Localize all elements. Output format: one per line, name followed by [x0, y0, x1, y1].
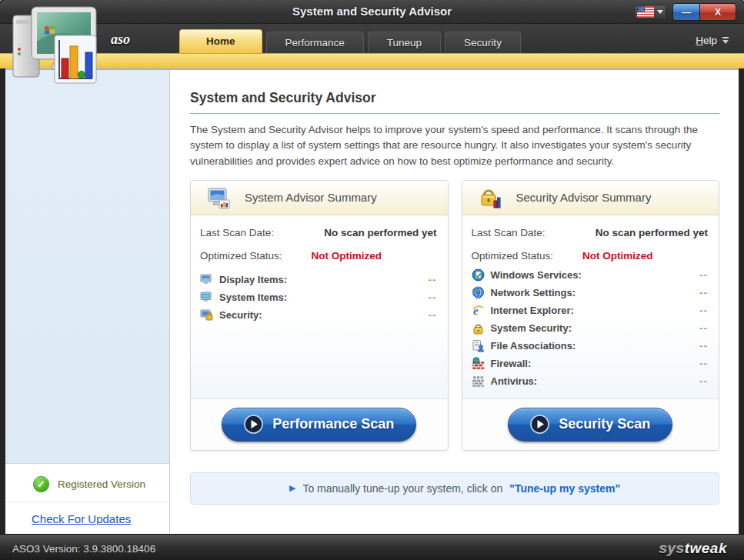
antivirus-icon — [472, 375, 485, 388]
tuneup-my-system-link[interactable]: "Tune-up my system" — [509, 482, 620, 495]
app-window: System and Security Advisor — X — [0, 0, 744, 560]
file-associations-value: -- — [699, 340, 708, 352]
security-last-scan-row: Last Scan Date: No scan performed yet — [472, 227, 709, 238]
display-items-row: Display Items: -- — [200, 273, 437, 286]
close-button[interactable]: X — [700, 3, 736, 21]
security-scan-button[interactable]: Security Scan — [508, 408, 672, 442]
systweak-logo: systweak — [659, 540, 732, 557]
windows-services-label: Windows Services: — [491, 269, 582, 281]
internet-explorer-row: e Internet Explorer: -- — [472, 304, 709, 317]
windows-services-row: Windows Services: -- — [472, 268, 709, 282]
firewall-value: -- — [699, 358, 708, 369]
system-items-icon — [200, 291, 213, 304]
optimized-status-label: Optimized Status: — [472, 250, 583, 262]
minimize-button[interactable]: — — [672, 3, 700, 21]
title-bar: System and Security Advisor — X — [0, 0, 744, 24]
tab-security[interactable]: Security — [445, 32, 521, 53]
sidebar-bottom-panel: ✓ Registered Version Check For Updates — [5, 463, 169, 534]
language-selector-button[interactable] — [634, 5, 666, 19]
network-settings-label: Network Settings: — [491, 287, 576, 298]
file-associations-row: File Associations: -- — [472, 339, 709, 352]
system-summary-icon — [208, 186, 231, 209]
security-items-value: -- — [429, 309, 437, 321]
help-dropdown-icon — [722, 37, 729, 44]
security-scan-label: Security Scan — [559, 416, 650, 432]
registered-version-label: Registered Version — [58, 478, 145, 490]
system-security-row: Security: -- — [200, 308, 437, 322]
security-items-label: Security: — [219, 309, 262, 321]
file-associations-icon — [472, 339, 485, 352]
system-security-value: -- — [699, 322, 708, 334]
internet-explorer-label: Internet Explorer: — [491, 305, 574, 316]
optimized-status-label: Optimized Status: — [200, 250, 312, 262]
help-label-initial: H — [696, 35, 703, 46]
system-security-row: System Security: -- — [472, 322, 709, 335]
system-security-label: System Security: — [491, 322, 572, 334]
system-last-scan-row: Last Scan Date: No scan performed yet — [200, 227, 437, 238]
antivirus-label: Antivirus: — [491, 375, 538, 387]
optimized-status-value: Not Optimized — [582, 250, 653, 262]
brand-sys: sys — [659, 540, 684, 556]
system-advisor-card: System Advisor Summary Last Scan Date: N… — [190, 180, 449, 451]
display-items-value: -- — [429, 274, 437, 285]
help-label-rest: elp — [703, 35, 717, 46]
system-card-footer: Performance Scan — [191, 398, 448, 450]
tab-strip: Home Performance Tuneup Security — [179, 29, 521, 53]
file-associations-label: File Associations: — [491, 340, 576, 352]
tuneup-text: To manually tune-up your system, click o… — [302, 482, 502, 495]
registered-version-row: ✓ Registered Version — [5, 470, 169, 502]
last-scan-label: Last Scan Date: — [200, 227, 312, 238]
aso-logo-text: aso — [111, 32, 130, 48]
system-security-icon — [472, 322, 485, 335]
tab-performance[interactable]: Performance — [266, 32, 364, 53]
firewall-row: Firewall: -- — [472, 357, 709, 370]
help-menu[interactable]: Help — [696, 35, 729, 46]
system-card-list: Last Scan Date: No scan performed yet Op… — [191, 215, 448, 398]
play-icon — [244, 415, 263, 434]
last-scan-value: No scan performed yet — [582, 227, 708, 238]
system-items-row: System Items: -- — [200, 291, 437, 304]
window-body: ✓ Registered Version Check For Updates S… — [0, 68, 744, 534]
antivirus-row: Antivirus: -- — [472, 375, 709, 388]
tab-home[interactable]: Home — [179, 29, 262, 53]
main-content: System and Security Advisor The System a… — [170, 70, 739, 534]
system-card-header: System Advisor Summary — [191, 181, 448, 215]
performance-scan-button[interactable]: Performance Scan — [222, 408, 416, 442]
system-card-title: System Advisor Summary — [245, 191, 377, 204]
antivirus-value: -- — [699, 375, 708, 387]
performance-scan-label: Performance Scan — [272, 416, 394, 432]
security-summary-icon — [479, 186, 502, 209]
title-divider — [190, 113, 719, 114]
app-logo-icon — [11, 3, 98, 85]
system-items-label: System Items: — [219, 292, 287, 303]
tuneup-arrow-icon: ▶ — [289, 483, 295, 493]
windows-services-value: -- — [699, 269, 708, 281]
last-scan-value: No scan performed yet — [312, 227, 437, 238]
nav-bar: aso Home Performance Tuneup Security Hel… — [0, 24, 744, 53]
us-flag-icon — [637, 6, 654, 18]
window-title: System and Security Advisor — [0, 5, 744, 18]
security-card-header: Security Advisor Summary — [462, 181, 719, 215]
version-text: ASO3 Version: 3.9.3800.18406 — [12, 543, 155, 555]
security-card-footer: Security Scan — [462, 398, 719, 450]
check-for-updates-link[interactable]: Check For Updates — [32, 512, 131, 525]
brand-tweak: tweak — [685, 540, 727, 556]
play-icon — [530, 415, 549, 434]
optimized-status-value: Not Optimized — [312, 250, 382, 262]
summary-cards: System Advisor Summary Last Scan Date: N… — [190, 180, 719, 451]
system-status-row: Optimized Status: Not Optimized — [200, 250, 437, 262]
window-controls: — X — [634, 3, 736, 21]
system-items-value: -- — [429, 292, 437, 303]
display-items-icon — [200, 273, 213, 286]
tuneup-bar: ▶ To manually tune-up your system, click… — [190, 472, 719, 505]
network-settings-value: -- — [699, 287, 708, 298]
firewall-icon — [472, 357, 485, 370]
tab-tuneup[interactable]: Tuneup — [368, 32, 441, 53]
display-items-label: Display Items: — [219, 274, 287, 285]
page-description: The System and Security Advisor helps to… — [190, 122, 719, 169]
security-advisor-card: Security Advisor Summary Last Scan Date:… — [462, 180, 720, 451]
network-settings-icon — [472, 286, 485, 299]
internet-explorer-value: -- — [699, 305, 708, 316]
registered-check-icon: ✓ — [33, 476, 49, 492]
gold-accent-strip — [0, 53, 744, 68]
